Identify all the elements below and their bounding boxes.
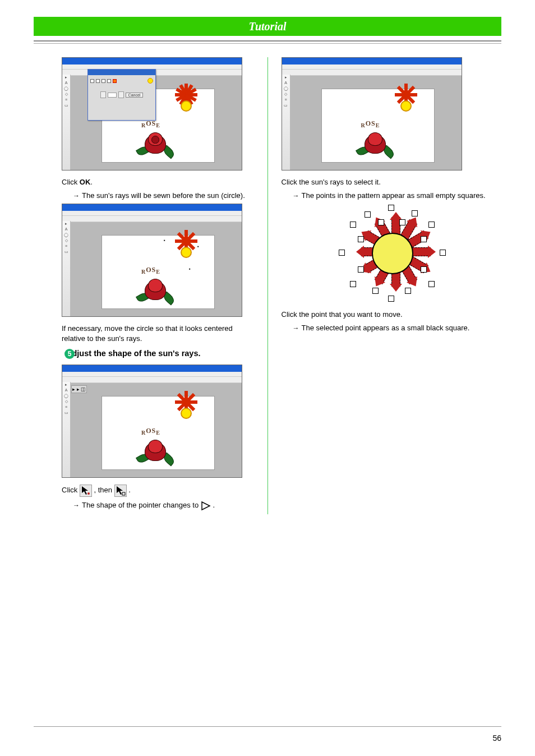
screenshot-point-edit-mode: ▸A◯◇≡▭ ▸ ▸ ◫ (62, 365, 242, 478)
svg-marker-2 (117, 486, 123, 495)
sewing-order-dialog: Cancel (87, 69, 156, 121)
selected-point-text: →The selected point appears as a small b… (282, 323, 502, 333)
svg-marker-0 (82, 486, 88, 495)
triangle-pointer-icon (201, 501, 211, 511)
click-ok-text: Click OK. (62, 177, 256, 187)
pointer-changes-text: →The shape of the pointer changes to . (62, 500, 256, 511)
ose-text-3: OS (146, 427, 156, 435)
header-rule (34, 40, 501, 44)
screenshot-select-rays: ▸A◯◇≡▭ (282, 57, 462, 170)
footer-rule (34, 726, 501, 727)
page-header: Tutorial (34, 17, 501, 36)
ose-text-2: OS (146, 266, 156, 274)
step-5-title: Adjust the shape of the sun's rays. (66, 349, 201, 358)
ose-text-4: OS (366, 119, 376, 127)
dialog-cancel-button[interactable]: Cancel (126, 93, 144, 98)
column-divider (268, 57, 268, 514)
screenshot-sewing-order-dialog: ▸A◯◇≡▭ (62, 57, 242, 170)
move-circle-text: If necessary, move the circle so that it… (62, 324, 256, 343)
click-then-text: Click , then . (62, 485, 256, 497)
edit-point-tool-icon[interactable] (80, 485, 92, 497)
click-rays-text: Click the sun's rays to select it. (282, 177, 502, 187)
ose-text: OS (146, 119, 156, 127)
svg-marker-4 (202, 502, 210, 510)
select-point-tool-icon[interactable] (114, 485, 127, 497)
points-appear-text: →The points in the pattern appear as sma… (282, 191, 502, 201)
click-point-text: Click the point that you want to move. (282, 310, 502, 320)
svg-point-1 (87, 492, 90, 495)
sun-points-illustration (330, 204, 453, 302)
screenshot-after-reorder: ▸A◯◇≡▭ (62, 204, 242, 317)
rays-sewn-text: →The sun's rays will be sewn before the … (62, 191, 256, 201)
svg-rect-3 (122, 492, 125, 495)
sub-toolbar: ▸ ▸ ◫ (71, 385, 87, 393)
page-number: 56 (492, 734, 501, 743)
